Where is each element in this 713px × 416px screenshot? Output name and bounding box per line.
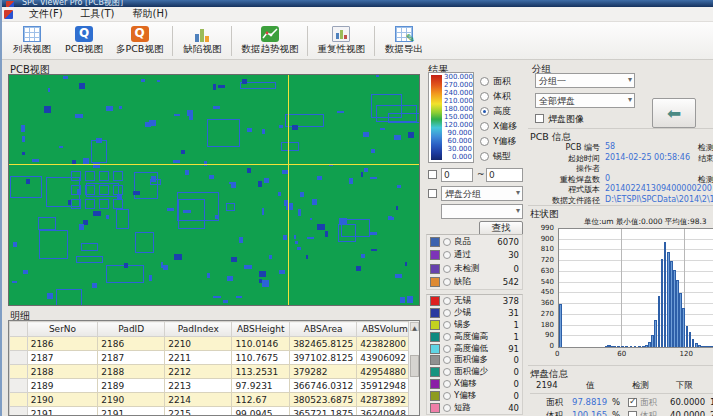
pcb-pad: [262, 129, 265, 133]
histogram-bar: [630, 346, 633, 347]
legend-item-缺陷[interactable]: 缺陷542: [427, 276, 522, 290]
pad-group-dropdown[interactable]: 焊盘分组: [441, 186, 523, 201]
legend-item-面积偏多[interactable]: 面积偏多0: [427, 354, 522, 366]
row-selector[interactable]: [10, 407, 28, 416]
pcb-pad: [163, 265, 168, 270]
color-scale-tick: 240.000: [444, 90, 472, 97]
legend-item-锡多[interactable]: 锡多1: [427, 319, 522, 331]
toolbar-label: PCB视图: [65, 43, 103, 56]
histogram-title: 柱状图: [530, 208, 559, 221]
table-row[interactable]: 218621862210110.0146382465.812542382800: [10, 337, 419, 351]
toolbar-list-view-button[interactable]: 列表视图: [6, 23, 58, 59]
pcb-component-outline: [91, 140, 107, 163]
table-row[interactable]: 219021902214112.67380523.687542873892: [10, 393, 419, 407]
pad-group-checkbox[interactable]: [428, 189, 437, 198]
pad-image-checkbox[interactable]: [535, 114, 544, 123]
pad-scope-dropdown[interactable]: 全部焊盘: [535, 93, 635, 108]
result-type-radio-体积[interactable]: 体积: [480, 89, 525, 104]
detail-table-grid[interactable]: SerNoPadIDPadIndexABSHeightABSAreaABSVol…: [9, 321, 419, 416]
table-cell: 2189: [98, 379, 165, 393]
y-tick-label: 180: [530, 321, 554, 329]
row-selector[interactable]: [10, 337, 28, 351]
legend-item-通过[interactable]: 通过30: [427, 249, 522, 263]
pad-info-row-面积: 面积97.8819%面积60.0000180.0000: [528, 397, 713, 410]
legend-item-Y偏移[interactable]: Y偏移0: [427, 390, 522, 402]
menu-help[interactable]: 帮助(H): [124, 6, 175, 22]
range-to-input[interactable]: [486, 168, 523, 182]
pcb-pad: [310, 218, 312, 220]
result-type-radio-Y偏移[interactable]: Y偏移: [480, 134, 525, 149]
pcb-pad: [21, 125, 25, 132]
table-row[interactable]: 21892189221397.9231366746.031235912948: [10, 379, 419, 393]
color-scale-tick: 30.000: [444, 146, 472, 153]
y-tick-label: 810: [530, 245, 554, 253]
legend-item-高度偏高[interactable]: 高度偏高1: [427, 331, 522, 343]
pcb-pad: [213, 296, 221, 298]
result-type-radio-高度[interactable]: 高度: [480, 104, 525, 119]
pcb-pad: [63, 76, 68, 79]
result-type-radio-X偏移[interactable]: X偏移: [480, 119, 525, 134]
histogram-plot[interactable]: [558, 228, 713, 348]
pcb-pad: [269, 255, 271, 259]
result-type-radio-面积[interactable]: 面积: [480, 74, 525, 89]
color-scale-tick: 210.000: [444, 98, 472, 105]
range-from-input[interactable]: [441, 168, 473, 182]
toolbar-data-export-button[interactable]: 数据导出: [378, 23, 430, 59]
pcb-canvas[interactable]: [8, 74, 420, 306]
row-selector[interactable]: [10, 365, 28, 379]
scrollbar-thumb[interactable]: [410, 355, 419, 377]
row-selector[interactable]: [10, 351, 28, 365]
crosshair-vertical: [288, 75, 289, 305]
column-header-PadIndex[interactable]: PadIndex: [165, 322, 232, 337]
toolbar-pcb-view-button[interactable]: Q PCB视图: [58, 23, 110, 59]
toolbar-defect-view-button[interactable]: 缺陷视图: [176, 23, 228, 59]
secondary-dropdown[interactable]: [441, 204, 523, 219]
legend-count: 542: [503, 277, 519, 287]
pcb-pad: [167, 208, 174, 211]
column-header-SerNo[interactable]: SerNo: [27, 322, 98, 337]
toolbar-multi-pcb-view-button[interactable]: Q 多PCB视图: [110, 23, 169, 59]
toolbar-trend-view-button[interactable]: 数据趋势视图: [235, 23, 304, 59]
detail-table-scrollbar[interactable]: ▲: [408, 321, 419, 415]
legend-item-无锡[interactable]: 无锡378: [427, 295, 522, 307]
pcb-pad: [207, 273, 209, 278]
legend-color-swatch: [430, 308, 440, 318]
pcb-pad: [32, 159, 39, 162]
toolbar-label: 数据导出: [385, 43, 423, 56]
legend-item-未检测[interactable]: 未检测0: [427, 262, 522, 276]
column-header-PadID[interactable]: PadID: [98, 322, 165, 337]
menu-file[interactable]: 文件(F): [21, 6, 71, 22]
list-view-icon: [23, 26, 41, 42]
column-header-ABSHeight[interactable]: ABSHeight: [232, 322, 290, 337]
pcb-component-outline: [113, 185, 123, 195]
pad-metric-checkbox[interactable]: [628, 411, 637, 416]
row-selector[interactable]: [10, 393, 28, 407]
toolbar-repeat-view-button[interactable]: 重复性视图: [311, 23, 371, 59]
legend-radio-icon: [443, 238, 451, 246]
legend-item-少锡[interactable]: 少锡31: [427, 307, 522, 319]
group-select-dropdown[interactable]: 分组一: [535, 73, 635, 88]
pcb-pad: [22, 136, 25, 142]
menu-tools[interactable]: 工具(T): [73, 6, 123, 22]
range-filter-checkbox[interactable]: [428, 170, 437, 179]
column-header-ABSArea[interactable]: ABSArea: [290, 322, 357, 337]
legend-count: 378: [503, 296, 519, 306]
result-type-radio-锡型[interactable]: 锡型: [480, 149, 525, 164]
gridline: [559, 292, 713, 293]
legend-item-面积偏少[interactable]: 面积偏少0: [427, 366, 522, 378]
row-selector[interactable]: [10, 379, 28, 393]
back-arrow-button[interactable]: ⬅: [652, 98, 696, 128]
table-cell: 2213: [165, 379, 232, 393]
legend-item-高度偏低[interactable]: 高度偏低91: [427, 343, 522, 355]
legend-item-良品[interactable]: 良品6070: [427, 235, 522, 249]
legend-item-X偏移[interactable]: X偏移0: [427, 378, 522, 390]
scroll-up-icon[interactable]: ▲: [410, 322, 419, 331]
table-row[interactable]: 21912191221599.0945365721.187536240948: [10, 407, 419, 416]
table-row[interactable]: 218821882212113.253137928242954880: [10, 365, 419, 379]
legend-item-短路[interactable]: 短路40: [427, 402, 522, 414]
pad-metric-checkbox[interactable]: [628, 398, 637, 407]
pad-metric-checkbox-label: 体积: [640, 410, 657, 416]
pcb-pad: [262, 280, 269, 286]
table-row[interactable]: 218721872211110.7675397102.812543906092: [10, 351, 419, 365]
color-scale: 300.000270.000240.000210.000180.000150.0…: [428, 72, 474, 163]
